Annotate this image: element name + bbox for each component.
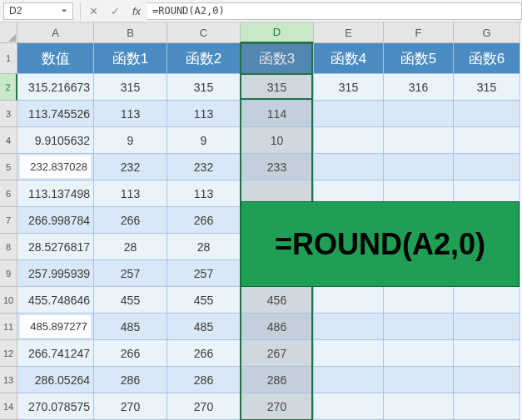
cell-E10[interactable] (314, 287, 384, 314)
insert-function-button[interactable]: fx (126, 2, 147, 20)
cell-B10[interactable]: 455 (94, 287, 167, 314)
header-cell-F[interactable]: 函数5 (384, 43, 454, 74)
cell-B8[interactable]: 28 (94, 234, 167, 260)
name-box[interactable]: D2 (3, 2, 73, 20)
row-header-11[interactable]: 11 (0, 314, 17, 340)
cell-C6[interactable]: 113 (167, 180, 241, 207)
cell-A4[interactable]: 9.9105632 (17, 127, 94, 154)
cell-E2[interactable]: 315 (314, 74, 384, 101)
cell-B3[interactable]: 113 (94, 101, 167, 127)
cell-F4[interactable] (384, 127, 454, 154)
cell-G14[interactable] (454, 393, 520, 420)
cell-F13[interactable] (384, 367, 454, 393)
formula-input[interactable]: =ROUND(A2,0) (147, 2, 522, 20)
enter-formula-button[interactable]: ✓ (104, 2, 126, 20)
cell-D13[interactable]: 286 (241, 367, 314, 393)
cell-A14[interactable]: 270.078575 (17, 393, 94, 420)
cell-B5[interactable]: 232 (94, 154, 167, 180)
cell-G4[interactable] (454, 127, 520, 154)
cell-E5[interactable] (314, 154, 384, 180)
cell-B2[interactable]: 315 (94, 74, 167, 101)
cell-A9[interactable]: 257.995939 (17, 260, 94, 287)
cell-G5[interactable] (454, 154, 520, 180)
cell-E3[interactable] (314, 101, 384, 127)
header-cell-A[interactable]: 数值 (17, 43, 94, 74)
header-cell-C[interactable]: 函数2 (167, 43, 241, 74)
cell-F5[interactable] (384, 154, 454, 180)
cell-A3[interactable]: 113.745526 (17, 101, 94, 127)
cell-F11[interactable] (384, 314, 454, 340)
cell-A13[interactable]: 286.05264 (17, 367, 94, 393)
cell-G10[interactable] (454, 287, 520, 314)
row-header-2[interactable]: 2 (0, 74, 17, 101)
column-header-C[interactable]: C (167, 22, 241, 43)
row-header-13[interactable]: 13 (0, 367, 17, 393)
row-header-10[interactable]: 10 (0, 287, 17, 314)
cell-D4[interactable]: 10 (241, 127, 314, 154)
name-box-dropdown[interactable] (57, 5, 70, 17)
row-header-5[interactable]: 5 (0, 154, 17, 180)
cell-A2[interactable]: 315.216673 (17, 74, 94, 101)
cell-F12[interactable] (384, 340, 454, 367)
cell-A10[interactable]: 455.748646 (17, 287, 94, 314)
cell-F2[interactable]: 316 (384, 74, 454, 101)
header-cell-B[interactable]: 函数1 (94, 43, 167, 74)
cell-B4[interactable]: 9 (94, 127, 167, 154)
cell-B9[interactable]: 257 (94, 260, 167, 287)
cell-E13[interactable] (314, 367, 384, 393)
cell-F10[interactable] (384, 287, 454, 314)
cell-C11[interactable]: 485 (167, 314, 241, 340)
cell-A6[interactable]: 113.137498 (17, 180, 94, 207)
cell-E14[interactable] (314, 393, 384, 420)
cell-E12[interactable] (314, 340, 384, 367)
cell-D5[interactable]: 233 (241, 154, 314, 180)
cell-B7[interactable]: 266 (94, 207, 167, 234)
cell-E4[interactable] (314, 127, 384, 154)
row-header-1[interactable]: 1 (0, 43, 17, 74)
cell-B14[interactable]: 270 (94, 393, 167, 420)
cell-C9[interactable]: 257 (167, 260, 241, 287)
cell-C8[interactable]: 28 (167, 234, 241, 260)
cell-B6[interactable]: 113 (94, 180, 167, 207)
cell-C10[interactable]: 455 (167, 287, 241, 314)
cell-C2[interactable]: 315 (167, 74, 241, 101)
cell-C5[interactable]: 232 (167, 154, 241, 180)
row-header-12[interactable]: 12 (0, 340, 17, 367)
column-header-E[interactable]: E (314, 22, 384, 43)
cell-A8[interactable]: 28.5276817 (17, 234, 94, 260)
cell-D10[interactable]: 456 (241, 287, 314, 314)
row-header-4[interactable]: 4 (0, 127, 17, 154)
cancel-formula-button[interactable]: ✕ (82, 2, 104, 20)
cell-G11[interactable] (454, 314, 520, 340)
cell-D11[interactable]: 486 (241, 314, 314, 340)
row-header-7[interactable]: 7 (0, 207, 17, 234)
cell-F14[interactable] (384, 393, 454, 420)
header-cell-E[interactable]: 函数4 (314, 43, 384, 74)
cell-A5[interactable]: 232.837028 (17, 154, 94, 180)
cell-F3[interactable] (384, 101, 454, 127)
cell-C12[interactable]: 266 (167, 340, 241, 367)
row-header-9[interactable]: 9 (0, 260, 17, 287)
cell-B11[interactable]: 485 (94, 314, 167, 340)
cell-G2[interactable]: 315 (454, 74, 520, 101)
cell-C14[interactable]: 270 (167, 393, 241, 420)
header-cell-D[interactable]: 函数3 (241, 43, 314, 74)
row-header-14[interactable]: 14 (0, 393, 17, 420)
cell-B13[interactable]: 286 (94, 367, 167, 393)
cell-C13[interactable]: 286 (167, 367, 241, 393)
cell-G12[interactable] (454, 340, 520, 367)
row-header-8[interactable]: 8 (0, 234, 17, 260)
select-all-corner[interactable] (0, 22, 17, 43)
column-header-G[interactable]: G (454, 22, 520, 43)
cell-B12[interactable]: 266 (94, 340, 167, 367)
cell-C3[interactable]: 113 (167, 101, 241, 127)
cell-D2[interactable]: 315 (241, 74, 314, 101)
cell-G13[interactable] (454, 367, 520, 393)
cell-D3[interactable]: 114 (241, 101, 314, 127)
header-cell-G[interactable]: 函数6 (454, 43, 520, 74)
cell-A11[interactable]: 485.897277 (17, 314, 94, 340)
cell-C7[interactable]: 266 (167, 207, 241, 234)
cell-A12[interactable]: 266.741247 (17, 340, 94, 367)
cell-G3[interactable] (454, 101, 520, 127)
cell-C4[interactable]: 9 (167, 127, 241, 154)
